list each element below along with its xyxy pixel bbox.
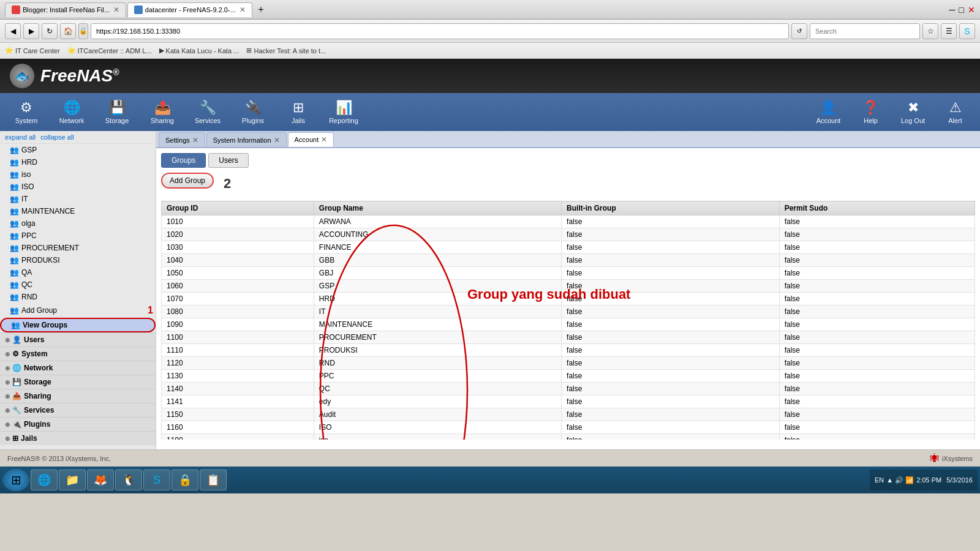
table-row[interactable]: 1150 Audit false false <box>162 408 975 421</box>
footer-logo: 🕷 iXsystems <box>930 453 973 464</box>
sidebar-item-qa[interactable]: 👥 QA <box>0 266 156 279</box>
table-row[interactable]: 1120 RND false false <box>162 357 975 370</box>
tab-close-2[interactable]: ✕ <box>239 6 246 14</box>
close-btn[interactable]: ✕ <box>968 5 975 15</box>
cell-sudo: false <box>779 344 974 357</box>
table-row[interactable]: 1110 PRODUKSI false false <box>162 344 975 357</box>
sidebar-section-network[interactable]: ⊕ 🌐 Network <box>0 361 156 375</box>
reload-btn[interactable]: ↻ <box>42 23 58 39</box>
tab-settings-close[interactable]: ✕ <box>192 136 198 144</box>
taskbar-firefox[interactable]: 🦊 <box>87 470 114 490</box>
taskbar-app7[interactable]: 🔒 <box>172 470 198 490</box>
cell-builtin: false <box>562 331 780 344</box>
table-row[interactable]: 1190 iso false false <box>162 434 975 440</box>
minimize-btn[interactable]: ─ <box>949 5 956 15</box>
taskbar-app8[interactable]: 📋 <box>200 470 227 490</box>
sidebar-item-hrd[interactable]: 👥 HRD <box>0 156 156 168</box>
table-row[interactable]: 1030 FINANCE false false <box>162 241 975 254</box>
sidebar-section-sharing[interactable]: ⊕ 📤 Sharing <box>0 389 156 403</box>
sidebar-item-iso-lower[interactable]: 👥 iso <box>0 168 156 181</box>
toolbar-storage[interactable]: 💾 Storage <box>96 95 138 129</box>
skype-icon[interactable]: S <box>959 23 975 39</box>
toolbar-alert[interactable]: ⚠ Alert <box>935 95 975 129</box>
table-row[interactable]: 1140 QC false false <box>162 383 975 395</box>
table-row[interactable]: 1090 MAINTENANCE false false <box>162 318 975 331</box>
sidebar-item-qc[interactable]: 👥 QC <box>0 279 156 291</box>
tab-system-info[interactable]: System Information ✕ <box>206 132 287 147</box>
table-row[interactable]: 1010 ARWANA false false <box>162 216 975 228</box>
bookmark-3[interactable]: ▶ Kata Kata Lucu - Kata ... <box>159 47 239 54</box>
bookmark-1[interactable]: ⭐ IT Care Center <box>5 47 60 54</box>
sub-tab-groups[interactable]: Groups <box>161 153 206 168</box>
sidebar-item-maintenance[interactable]: 👥 MAINTENANCE <box>0 205 156 217</box>
sidebar-section-plugins[interactable]: ⊕ 🔌 Plugins <box>0 417 156 431</box>
browser-tab-2[interactable]: datacenter - FreeNAS-9.2.0-... ✕ <box>127 2 252 17</box>
toolbar-network[interactable]: 🌐 Network <box>50 95 93 129</box>
add-group-button[interactable]: Add Group <box>161 173 214 189</box>
toolbar-services[interactable]: 🔧 Services <box>186 95 229 129</box>
tab-close-1[interactable]: ✕ <box>113 6 119 14</box>
toolbar-help[interactable]: ❓ Help <box>851 95 891 129</box>
start-button[interactable]: ⊞ <box>2 469 29 491</box>
sidebar-section-users[interactable]: ⊕ 👤 Users <box>0 332 156 347</box>
sidebar-item-produksi[interactable]: 👥 PRODUKSI <box>0 254 156 266</box>
sub-tab-users[interactable]: Users <box>208 153 248 168</box>
table-row[interactable]: 1141 edy false false <box>162 395 975 408</box>
tab-system-info-close[interactable]: ✕ <box>274 136 280 144</box>
taskbar-skype[interactable]: S <box>143 470 170 490</box>
forward-btn[interactable]: ▶ <box>23 23 39 39</box>
search-input[interactable] <box>810 23 920 39</box>
new-tab-btn[interactable]: ＋ <box>256 3 266 16</box>
refresh-btn[interactable]: ↺ <box>791 23 807 39</box>
table-row[interactable]: 1160 ISO false false <box>162 421 975 434</box>
tab-account[interactable]: Account ✕ <box>288 132 334 147</box>
sidebar-item-gsp[interactable]: 👥 GSP <box>0 144 156 156</box>
toolbar-sharing[interactable]: 📤 Sharing <box>141 95 184 129</box>
sidebar-section-jails[interactable]: ⊕ ⊞ Jails <box>0 431 156 445</box>
browser-nav: ◀ ▶ ↻ 🏠 🔒 ↺ ☆ ☰ S <box>0 20 980 43</box>
sidebar-section-system[interactable]: ⊕ ⚙ System <box>0 347 156 361</box>
toolbar-logout[interactable]: ✖ Log Out <box>893 95 933 129</box>
toolbar-account[interactable]: 👤 Account <box>809 95 848 129</box>
table-row[interactable]: 1070 HRD false false <box>162 293 975 305</box>
collapse-all-btn[interactable]: collapse all <box>40 133 74 141</box>
address-bar[interactable] <box>91 23 789 39</box>
col-group-id: Group ID <box>162 201 314 216</box>
taskbar-explorer[interactable]: 📁 <box>59 470 86 490</box>
table-row[interactable]: 1100 PROCUREMENT false false <box>162 331 975 344</box>
sidebar-item-iso[interactable]: 👥 ISO <box>0 181 156 193</box>
toolbar-reporting[interactable]: 📊 Reporting <box>322 95 365 129</box>
cell-builtin: false <box>562 318 780 331</box>
table-row[interactable]: 1080 IT false false <box>162 305 975 318</box>
table-row[interactable]: 1040 GBB false false <box>162 254 975 267</box>
sidebar-item-procurement[interactable]: 👥 PROCUREMENT <box>0 242 156 254</box>
tab-account-close[interactable]: ✕ <box>321 135 327 144</box>
sidebar-item-olga[interactable]: 👥 olga <box>0 217 156 230</box>
taskbar-app5[interactable]: 🐧 <box>115 470 142 490</box>
maximize-btn[interactable]: □ <box>959 5 964 15</box>
home-btn[interactable]: 🏠 <box>60 23 76 39</box>
toolbar-jails[interactable]: ⊞ Jails <box>277 95 320 129</box>
sidebar-section-storage[interactable]: ⊕ 💾 Storage <box>0 375 156 389</box>
sidebar-item-it[interactable]: 👥 IT <box>0 193 156 205</box>
browser-tab-1[interactable]: Blogger: Install FreeNas Fil... ✕ <box>5 2 126 17</box>
toolbar-plugins[interactable]: 🔌 Plugins <box>232 95 274 129</box>
sidebar-item-ppc[interactable]: 👥 PPC <box>0 230 156 242</box>
back-btn[interactable]: ◀ <box>5 23 21 39</box>
table-row[interactable]: 1020 ACCOUNTING false false <box>162 228 975 241</box>
table-row[interactable]: 1060 GSP false false <box>162 280 975 293</box>
bookmark-2[interactable]: ⭐ ITCareCenter :: ADM L... <box>67 47 152 54</box>
table-row[interactable]: 1130 PPC false false <box>162 370 975 383</box>
browser-menu[interactable]: ☰ <box>941 23 957 39</box>
sidebar-item-rnd[interactable]: 👥 RND <box>0 291 156 303</box>
tab-settings[interactable]: Settings ✕ <box>159 132 205 147</box>
bookmark-star[interactable]: ☆ <box>922 23 938 39</box>
toolbar-system[interactable]: ⚙ System <box>5 95 48 129</box>
taskbar-ie[interactable]: 🌐 <box>31 470 58 490</box>
sidebar-section-services[interactable]: ⊕ 🔧 Services <box>0 403 156 417</box>
bookmark-4[interactable]: ⊞ Hacker Test: A site to t... <box>246 47 326 54</box>
expand-all-btn[interactable]: expand all <box>5 133 36 141</box>
table-row[interactable]: 1050 GBJ false false <box>162 267 975 280</box>
sidebar-action-view-groups[interactable]: 👥 View Groups <box>0 318 156 332</box>
sidebar-action-add-group[interactable]: 👥 Add Group 1 <box>0 303 156 318</box>
